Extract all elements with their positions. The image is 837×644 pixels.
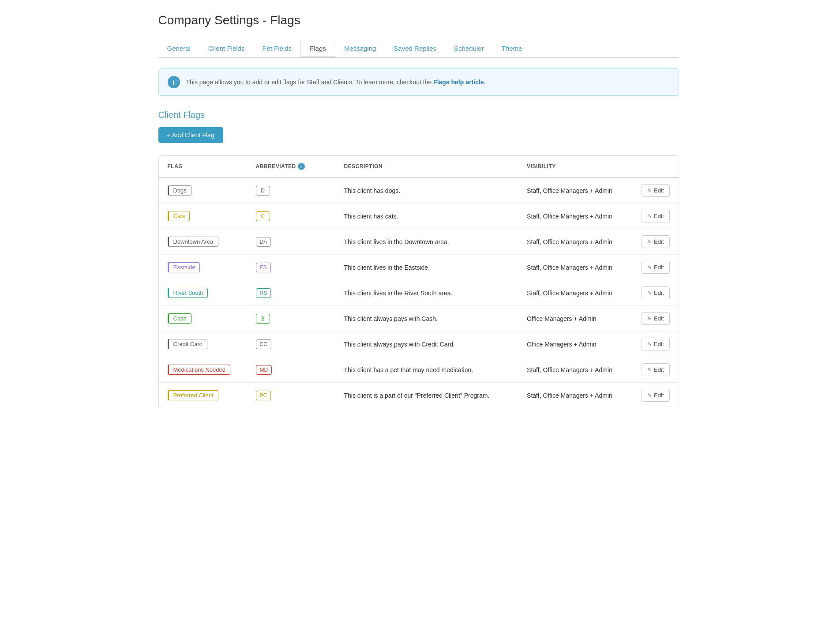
table-row: River SouthRSThis client lives in the Ri… — [159, 280, 679, 306]
edit-pencil-icon: ✎ — [647, 188, 652, 194]
edit-pencil-icon: ✎ — [647, 392, 652, 399]
flag-description: This client has cats. — [335, 203, 518, 229]
abbr-badge: ES — [256, 263, 271, 272]
edit-flag-button[interactable]: ✎ Edit — [642, 312, 669, 325]
flag-visibility: Office Managers + Admin — [518, 306, 633, 331]
edit-flag-button[interactable]: ✎ Edit — [642, 184, 669, 197]
page-title: Company Settings - Flags — [158, 13, 679, 27]
col-header-abbreviated: ABBREVIATED i — [247, 156, 335, 177]
edit-pencil-icon: ✎ — [647, 213, 652, 219]
flag-description: This client lives in the Downtown area. — [335, 229, 518, 255]
flag-visibility: Staff, Office Managers + Admin — [518, 255, 633, 280]
info-banner-text: This page allows you to add or edit flag… — [186, 79, 486, 86]
flag-badge: Dogs — [168, 185, 191, 196]
flag-visibility: Staff, Office Managers + Admin — [518, 383, 633, 408]
tab-pet-fields[interactable]: Pet Fields — [253, 40, 300, 58]
flags-table: FLAG ABBREVIATED i DESCRIPTION VISIBILIT… — [159, 156, 679, 408]
flag-visibility: Staff, Office Managers + Admin — [518, 229, 633, 255]
flag-visibility: Staff, Office Managers + Admin — [518, 357, 633, 383]
client-flags-title: Client Flags — [158, 110, 679, 120]
edit-flag-button[interactable]: ✎ Edit — [642, 338, 669, 350]
info-icon: i — [168, 76, 180, 88]
flag-description: This client always pays with Cash. — [335, 306, 518, 331]
flag-description: This client has dogs. — [335, 177, 518, 203]
tab-messaging[interactable]: Messaging — [335, 40, 385, 58]
edit-pencil-icon: ✎ — [647, 316, 652, 322]
col-header-flag: FLAG — [159, 156, 247, 177]
flag-badge: Cash — [168, 313, 191, 324]
tab-scheduler[interactable]: Scheduler — [445, 40, 493, 58]
add-client-flag-button[interactable]: + Add Client Flag — [158, 127, 223, 143]
tab-theme[interactable]: Theme — [493, 40, 531, 58]
edit-flag-button[interactable]: ✎ Edit — [642, 286, 669, 299]
edit-pencil-icon: ✎ — [647, 239, 652, 245]
flag-description: This client lives in the Eastside. — [335, 255, 518, 280]
flag-description: This client lives in the River South are… — [335, 280, 518, 306]
edit-pencil-icon: ✎ — [647, 367, 652, 373]
table-row: EastsideESThis client lives in the Easts… — [159, 255, 679, 280]
abbr-badge: MD — [256, 365, 272, 375]
flag-description: This client is a part of our "Preferred … — [335, 383, 518, 408]
info-banner: i This page allows you to add or edit fl… — [158, 68, 679, 96]
flag-visibility: Staff, Office Managers + Admin — [518, 203, 633, 229]
flag-description: This client has a pet that may need medi… — [335, 357, 518, 383]
col-header-description: DESCRIPTION — [335, 156, 518, 177]
flag-badge: Medications Needed — [168, 365, 231, 375]
flag-visibility: Office Managers + Admin — [518, 331, 633, 357]
table-row: Medications NeededMDThis client has a pe… — [159, 357, 679, 383]
edit-flag-button[interactable]: ✎ Edit — [642, 363, 669, 376]
table-row: Downtown AreaDAThis client lives in the … — [159, 229, 679, 255]
page-container: Company Settings - Flags General Client … — [141, 0, 697, 422]
flags-help-link[interactable]: Flags help article. — [433, 79, 485, 86]
flag-badge: River South — [168, 288, 208, 298]
flag-badge: Preferred Client — [168, 390, 218, 400]
tab-flags[interactable]: Flags — [300, 40, 335, 58]
table-row: Credit CardCCThis client always pays wit… — [159, 331, 679, 357]
abbr-badge: $ — [256, 314, 270, 324]
flag-description: This client always pays with Credit Card… — [335, 331, 518, 357]
tab-saved-replies[interactable]: Saved Replies — [385, 40, 445, 58]
abbr-badge: CC — [256, 339, 271, 349]
col-header-action — [633, 156, 678, 177]
abbreviated-info-icon[interactable]: i — [298, 163, 305, 170]
edit-pencil-icon: ✎ — [647, 341, 652, 347]
abbr-badge: RS — [256, 288, 271, 298]
flag-badge: Downtown Area — [168, 237, 218, 247]
col-header-visibility: VISIBILITY — [518, 156, 633, 177]
table-row: CatsCThis client has cats.Staff, Office … — [159, 203, 679, 229]
table-row: Cash$This client always pays with Cash.O… — [159, 306, 679, 331]
flag-badge: Cats — [168, 211, 190, 221]
abbr-badge: D — [256, 186, 270, 196]
tab-bar: General Client Fields Pet Fields Flags M… — [158, 40, 679, 58]
flag-badge: Credit Card — [168, 339, 207, 349]
table-row: Preferred ClientPCThis client is a part … — [159, 383, 679, 408]
table-row: DogsDThis client has dogs.Staff, Office … — [159, 177, 679, 203]
edit-flag-button[interactable]: ✎ Edit — [642, 235, 669, 248]
tab-general[interactable]: General — [158, 40, 199, 58]
abbr-badge: PC — [256, 391, 271, 400]
edit-flag-button[interactable]: ✎ Edit — [642, 389, 669, 402]
flag-visibility: Staff, Office Managers + Admin — [518, 280, 633, 306]
tab-client-fields[interactable]: Client Fields — [199, 40, 254, 58]
flag-visibility: Staff, Office Managers + Admin — [518, 177, 633, 203]
edit-pencil-icon: ✎ — [647, 264, 652, 271]
edit-pencil-icon: ✎ — [647, 290, 652, 296]
flag-badge: Eastside — [168, 262, 200, 272]
edit-flag-button[interactable]: ✎ Edit — [642, 261, 669, 274]
abbr-badge: C — [256, 211, 270, 221]
edit-flag-button[interactable]: ✎ Edit — [642, 210, 669, 222]
flags-table-container: FLAG ABBREVIATED i DESCRIPTION VISIBILIT… — [158, 155, 679, 408]
abbr-badge: DA — [256, 237, 271, 247]
